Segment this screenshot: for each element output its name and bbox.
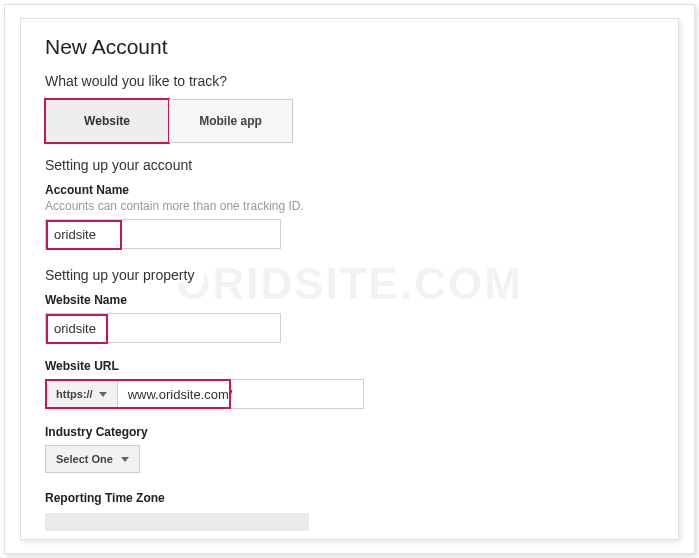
chevron-down-icon <box>99 392 107 397</box>
website-name-label: Website Name <box>45 293 654 307</box>
timezone-label: Reporting Time Zone <box>45 491 654 505</box>
section-account: Setting up your account <box>45 157 654 173</box>
industry-label: Industry Category <box>45 425 654 439</box>
website-url-input[interactable]: www.oridsite.com/ <box>118 379 364 409</box>
account-name-value: oridsite <box>46 227 104 242</box>
url-scheme-value: https:// <box>56 388 93 400</box>
tab-website[interactable]: Website <box>45 99 169 143</box>
timezone-placeholder <box>45 513 309 531</box>
account-name-hint: Accounts can contain more than one track… <box>45 199 654 213</box>
page-title: New Account <box>45 35 654 59</box>
chevron-down-icon <box>121 457 129 462</box>
website-url-row: https:// www.oridsite.com/ <box>45 379 654 409</box>
account-name-label: Account Name <box>45 183 654 197</box>
industry-select-value: Select One <box>56 453 113 465</box>
tab-mobile-app[interactable]: Mobile app <box>169 99 293 143</box>
url-scheme-select[interactable]: https:// <box>45 379 118 409</box>
website-name-input[interactable]: oridsite <box>45 313 281 343</box>
track-prompt: What would you like to track? <box>45 73 654 89</box>
track-tabs: Website Mobile app <box>45 99 654 143</box>
section-property: Setting up your property <box>45 267 654 283</box>
website-url-label: Website URL <box>45 359 654 373</box>
website-name-value: oridsite <box>46 321 104 336</box>
industry-select[interactable]: Select One <box>45 445 140 473</box>
account-name-input[interactable]: oridsite <box>45 219 281 249</box>
website-url-value: www.oridsite.com/ <box>118 387 243 402</box>
